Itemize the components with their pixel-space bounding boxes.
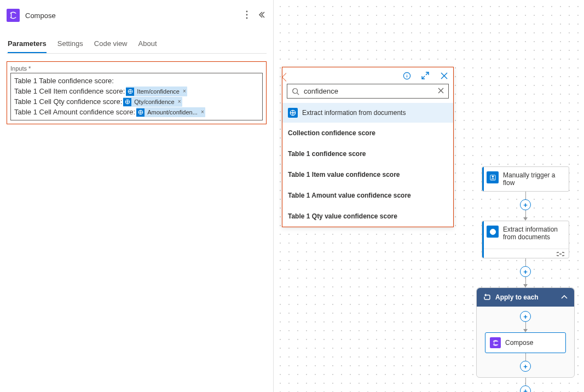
svg-point-2 — [246, 17, 248, 19]
picker-item[interactable]: Table 1 Amount value confidence score — [282, 185, 453, 206]
tab-parameters[interactable]: Parameters — [8, 35, 47, 53]
panel-title: Compose — [25, 11, 239, 20]
link-icon — [557, 251, 564, 256]
node-label: Apply to each — [495, 293, 539, 301]
compose-panel: Compose Parameters Settings Code view Ab… — [0, 0, 274, 392]
svg-point-0 — [246, 10, 248, 12]
flow-diagram: Manually trigger a flow + Extract inform… — [482, 166, 569, 392]
tab-code-view[interactable]: Code view — [94, 35, 128, 53]
svg-point-7 — [293, 88, 298, 93]
picker-item[interactable]: Table 1 Qty value confidence score — [282, 206, 453, 227]
token-item-confidence[interactable]: Item/confidence × — [126, 87, 187, 96]
picker-search-input[interactable] — [304, 87, 433, 95]
token-amount-confidence[interactable]: Amount/confiden... × — [136, 107, 205, 117]
token-remove[interactable]: × — [178, 97, 181, 107]
loop-icon — [483, 293, 491, 301]
input-line-text: Table 1 Cell Item confidence score: — [14, 87, 125, 96]
node-extract[interactable]: Extract information from documents — [482, 221, 569, 258]
panel-header: Compose — [7, 9, 267, 22]
token-qty-confidence[interactable]: Qty/confidence × — [123, 97, 182, 107]
svg-point-1 — [246, 14, 248, 15]
picker-item[interactable]: Table 1 confidence score — [282, 143, 453, 164]
picker-section-header[interactable]: Extract information from documents — [282, 103, 453, 123]
trigger-icon — [487, 171, 499, 183]
node-label: Manually trigger a flow — [503, 171, 564, 187]
tab-settings[interactable]: Settings — [57, 35, 83, 53]
node-label: Extract information from documents — [503, 226, 564, 241]
svg-point-10 — [492, 176, 494, 177]
collapse-panel-button[interactable] — [257, 10, 267, 21]
token-remove[interactable]: × — [201, 107, 204, 117]
token-icon — [136, 108, 144, 117]
inputs-textbox[interactable]: Table 1 Table confidence score: Table 1 … — [10, 73, 263, 120]
ai-builder-icon — [288, 108, 298, 118]
picker-search-clear[interactable] — [438, 87, 444, 95]
picker-item[interactable]: Collection confidence score — [282, 123, 453, 143]
add-step-button[interactable]: + — [520, 361, 531, 372]
node-compose-inner[interactable]: Compose — [485, 332, 566, 353]
input-line-text: Table 1 Table confidence score: — [14, 76, 114, 86]
token-remove[interactable]: × — [183, 87, 186, 96]
inputs-label: Inputs * — [10, 65, 263, 72]
add-step-button[interactable]: + — [520, 199, 531, 210]
input-line-text: Table 1 Cell Amount confidence score: — [14, 107, 135, 117]
add-step-button[interactable]: + — [520, 266, 531, 277]
search-icon — [292, 88, 299, 95]
chevron-up-icon[interactable] — [561, 293, 568, 301]
compose-icon — [490, 337, 501, 348]
node-label: Compose — [505, 339, 533, 347]
dynamic-content-picker: Extract information from documents Colle… — [282, 67, 454, 227]
tab-about[interactable]: About — [138, 35, 157, 53]
token-icon — [126, 88, 134, 96]
picker-info-button[interactable] — [402, 71, 412, 80]
picker-expand-button[interactable] — [420, 71, 430, 80]
input-line-text: Table 1 Cell Qty confidence score: — [14, 97, 122, 107]
node-apply-to-each[interactable]: Apply to each + Compose + — [476, 287, 575, 378]
picker-item[interactable]: Table 1 Item value confidence score — [282, 164, 453, 185]
picker-search[interactable] — [287, 84, 449, 99]
add-step-button[interactable]: + — [520, 385, 531, 392]
ai-builder-icon — [487, 226, 499, 238]
inputs-section: Inputs * Table 1 Table confidence score:… — [7, 61, 267, 124]
node-trigger[interactable]: Manually trigger a flow — [482, 166, 569, 192]
add-step-button[interactable]: + — [520, 311, 531, 322]
picker-close-button[interactable] — [439, 71, 449, 80]
panel-tabs: Parameters Settings Code view About — [7, 35, 267, 54]
token-icon — [123, 98, 131, 106]
compose-icon — [7, 9, 20, 22]
more-button[interactable] — [245, 9, 249, 22]
